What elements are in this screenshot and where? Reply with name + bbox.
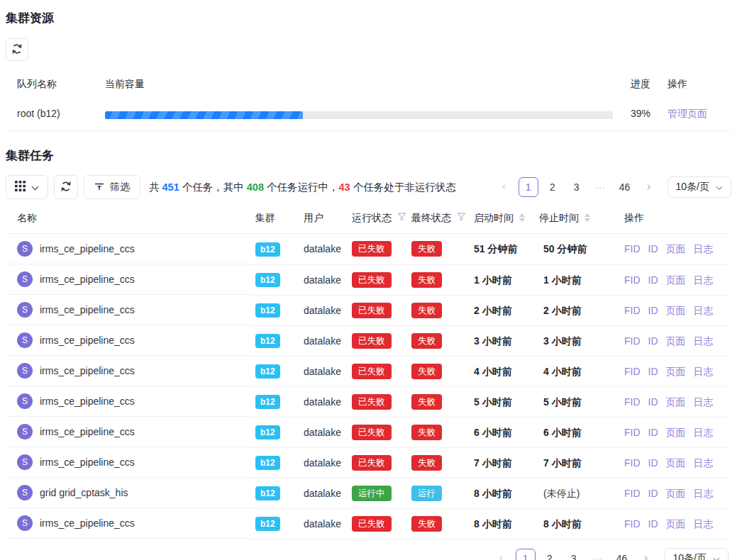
id-link[interactable]: ID: [648, 335, 658, 347]
pagination-page-46[interactable]: 46: [612, 549, 632, 560]
tasks-header-row: 名称 集群 用户 运行状态 最终状态: [6, 209, 731, 234]
page-size-select[interactable]: 10条/页: [665, 548, 728, 560]
pagination-page-3[interactable]: 3: [564, 549, 584, 560]
pagination-page-46[interactable]: 46: [615, 177, 635, 197]
resources-header-row: 队列名称 当前容量 进度 操作: [6, 72, 731, 91]
user-name: datalake: [304, 518, 341, 530]
fid-link[interactable]: FID: [624, 488, 641, 499]
start-time: 8 小时前: [474, 518, 512, 530]
start-time: 51 分钟前: [474, 243, 517, 254]
sort-icon[interactable]: [584, 213, 590, 222]
pagination-top: ‹123···46›10条/页: [494, 177, 731, 198]
page-size-label: 10条/页: [673, 552, 706, 560]
page-link[interactable]: 页面: [666, 243, 686, 254]
log-link[interactable]: 日志: [694, 243, 714, 254]
progress-value: 39%: [624, 91, 656, 131]
run-status-badge: 已失败: [352, 364, 392, 379]
pagination-page-2[interactable]: 2: [540, 549, 560, 560]
log-link[interactable]: 日志: [694, 335, 714, 347]
fid-link[interactable]: FID: [624, 457, 641, 469]
fid-link[interactable]: FID: [624, 427, 641, 438]
id-link[interactable]: ID: [648, 488, 658, 499]
pagination-next-button[interactable]: ›: [636, 549, 656, 560]
stop-time: 4 小时前: [543, 366, 582, 377]
pagination-next-button[interactable]: ›: [639, 177, 659, 197]
page-link[interactable]: 页面: [666, 518, 686, 530]
fid-link[interactable]: FID: [624, 274, 641, 286]
id-link[interactable]: ID: [648, 274, 658, 286]
id-link[interactable]: ID: [648, 518, 658, 530]
col-cluster: 集群: [250, 209, 298, 234]
id-link[interactable]: ID: [648, 427, 658, 438]
cluster-badge: b12: [255, 273, 280, 287]
tasks-table-body: S irms_ce_pipeline_ccs b12 datalake 已失败 …: [6, 234, 731, 539]
id-link[interactable]: ID: [648, 366, 658, 377]
pagination-page-2[interactable]: 2: [543, 177, 563, 197]
page-link[interactable]: 页面: [666, 457, 686, 469]
table-row: S irms_ce_pipeline_ccs b12 datalake 已失败 …: [6, 234, 731, 265]
id-link[interactable]: ID: [648, 305, 658, 316]
pagination-page-3[interactable]: 3: [567, 177, 587, 197]
page-link[interactable]: 页面: [666, 335, 686, 347]
tasks-title: 集群任务: [6, 147, 731, 164]
log-link[interactable]: 日志: [694, 274, 714, 286]
user-name: datalake: [304, 457, 341, 469]
row-actions: FIDID页面日志: [616, 508, 731, 539]
tasks-table: 名称 集群 用户 运行状态 最终状态: [6, 209, 731, 539]
page-size-select[interactable]: 10条/页: [667, 177, 731, 198]
start-time: 5 小时前: [474, 396, 512, 408]
log-link[interactable]: 日志: [694, 518, 714, 530]
cluster-badge: b12: [255, 395, 280, 409]
log-link[interactable]: 日志: [694, 396, 714, 408]
id-link[interactable]: ID: [648, 243, 658, 254]
page-link[interactable]: 页面: [666, 305, 686, 316]
fid-link[interactable]: FID: [624, 518, 641, 530]
pagination-prev-button[interactable]: ‹: [494, 177, 514, 197]
resources-refresh-button[interactable]: [6, 38, 28, 61]
col-stop-time: 停止时间: [533, 209, 616, 234]
row-actions: FIDID页面日志: [616, 478, 731, 508]
pagination-prev-button[interactable]: ‹: [492, 549, 511, 560]
sort-icon[interactable]: [519, 213, 525, 222]
pagination-page-1[interactable]: 1: [519, 177, 538, 197]
not-running-count: 43: [339, 181, 350, 193]
filter-funnel-icon[interactable]: [397, 211, 406, 225]
log-link[interactable]: 日志: [694, 366, 714, 377]
final-status-badge: 失败: [411, 516, 442, 532]
filter-funnel-icon[interactable]: [457, 211, 466, 225]
run-status-badge: 已失败: [352, 394, 392, 410]
id-link[interactable]: ID: [648, 396, 658, 408]
fid-link[interactable]: FID: [624, 305, 641, 316]
manage-page-link[interactable]: 管理页面: [667, 108, 707, 119]
fid-link[interactable]: FID: [624, 335, 641, 347]
page-link[interactable]: 页面: [666, 488, 686, 499]
view-mode-dropdown-button[interactable]: [6, 175, 48, 199]
resources-table: 队列名称 当前容量 进度 操作 root (b12) 39% 管理页面: [6, 72, 731, 131]
page-link[interactable]: 页面: [666, 427, 686, 438]
log-link[interactable]: 日志: [694, 457, 714, 469]
tasks-summary: 共 451 个任务，其中 408 个任务运行中，43 个任务处于非运行状态: [149, 181, 456, 194]
fid-link[interactable]: FID: [624, 366, 641, 377]
filter-icon: [94, 181, 104, 194]
run-status-badge: 已失败: [352, 425, 392, 440]
user-name: datalake: [304, 366, 341, 377]
filter-button[interactable]: 筛选: [84, 175, 140, 199]
tasks-refresh-button[interactable]: [54, 175, 78, 199]
fid-link[interactable]: FID: [624, 243, 641, 254]
log-link[interactable]: 日志: [694, 305, 714, 316]
fid-link[interactable]: FID: [624, 396, 641, 408]
stop-time: 8 小时前: [543, 518, 582, 530]
resources-title: 集群资源: [6, 10, 731, 26]
table-row: S irms_ce_pipeline_ccs b12 datalake 已失败 …: [6, 264, 731, 295]
page-link[interactable]: 页面: [666, 366, 686, 377]
id-link[interactable]: ID: [648, 457, 658, 469]
run-status-badge: 已失败: [352, 516, 392, 532]
page-link[interactable]: 页面: [666, 274, 686, 286]
stop-time: 50 分钟前: [543, 243, 587, 254]
pagination-page-1[interactable]: 1: [516, 549, 536, 560]
log-link[interactable]: 日志: [694, 427, 714, 438]
chevron-down-icon: [713, 553, 720, 560]
page-link[interactable]: 页面: [666, 396, 686, 408]
run-status-badge: 已失败: [352, 272, 392, 288]
log-link[interactable]: 日志: [694, 488, 714, 499]
